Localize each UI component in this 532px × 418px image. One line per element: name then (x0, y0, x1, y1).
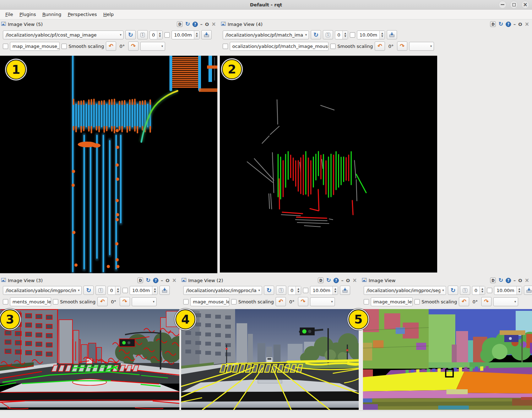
smooth-scaling-checkbox[interactable] (53, 299, 58, 304)
minimize-panel-button[interactable]: – (514, 22, 516, 27)
close-panel-button[interactable]: × (172, 278, 177, 283)
dynamic-range-checkbox[interactable] (487, 288, 492, 293)
rotate-ccw-button[interactable]: ↶ (97, 297, 108, 306)
topic-dropdown[interactable]: /localization/yabloc/pf/cost_map_image▾ (3, 31, 124, 39)
smooth-scaling-checkbox[interactable] (330, 44, 336, 49)
smooth-scaling-checkbox[interactable] (61, 44, 67, 49)
rotate-cw-button[interactable]: ↷ (397, 42, 407, 51)
help-icon[interactable]: ? (192, 22, 198, 27)
menu-plugins[interactable]: Plugins (16, 11, 39, 18)
publish-mouse-checkbox[interactable] (3, 44, 8, 49)
dock-button[interactable]: D (318, 277, 324, 283)
rotate-cw-button[interactable]: ↷ (128, 42, 139, 51)
queue-spinbox[interactable]: 0▲▼ (288, 286, 301, 295)
mouse-topic-field[interactable]: map_image_mouse_left (10, 42, 60, 51)
spinner-arrows-icon[interactable]: ▲▼ (516, 286, 522, 295)
rotate-cw-button[interactable]: ↷ (481, 297, 492, 306)
capture-once-button[interactable]: 1 (137, 30, 148, 39)
rotation-preset-dropdown[interactable]: ▾ (310, 297, 335, 306)
rotate-cw-button[interactable]: ↷ (120, 297, 130, 306)
rotation-preset-dropdown[interactable]: ▾ (140, 42, 165, 51)
float-panel-button[interactable]: O (205, 22, 209, 27)
rotation-preset-dropdown[interactable]: ▾ (132, 297, 157, 306)
spinner-arrows-icon[interactable]: ▲▼ (194, 31, 199, 39)
dock-button[interactable]: D (177, 21, 183, 27)
dock-button[interactable]: D (490, 277, 496, 283)
close-panel-button[interactable]: × (211, 22, 216, 27)
publish-mouse-checkbox[interactable] (223, 44, 228, 49)
minimize-panel-button[interactable]: – (514, 278, 516, 283)
refresh-topics-button[interactable]: ↻ (264, 286, 274, 295)
queue-spinbox[interactable]: 0▲▼ (108, 286, 121, 295)
float-panel-button[interactable]: O (518, 278, 522, 283)
dynamic-range-checkbox[interactable] (123, 288, 128, 293)
save-image-button[interactable] (159, 286, 170, 295)
panel-titlebar[interactable]: Image View D ↻ ? – O × (361, 276, 532, 284)
menu-perspectives[interactable]: Perspectives (65, 11, 100, 18)
capture-once-button[interactable]: 1 (323, 30, 333, 39)
refresh-topics-button[interactable]: ↻ (83, 286, 94, 295)
minimize-panel-button[interactable]: – (161, 278, 163, 283)
minimize-panel-button[interactable]: – (341, 278, 344, 283)
close-panel-button[interactable]: × (352, 278, 357, 283)
rotation-preset-dropdown[interactable]: ▾ (409, 42, 434, 51)
menu-file[interactable]: File (2, 11, 16, 18)
help-icon[interactable]: ? (506, 278, 511, 283)
spinner-arrows-icon[interactable]: ▲▼ (479, 286, 485, 295)
dynamic-range-checkbox[interactable] (164, 32, 170, 38)
publish-mouse-checkbox[interactable] (183, 299, 189, 304)
topic-dropdown[interactable]: /localization/yabloc/imgproc/lane▾ (183, 286, 262, 295)
zoom-spinbox[interactable]: 10.00m▲▼ (130, 286, 158, 295)
window-minimize-button[interactable] (499, 1, 506, 9)
mouse-topic-field[interactable]: ocalization/yabloc/pf/match_image_mouse_… (230, 42, 329, 51)
panel-titlebar[interactable]: Image View (3) D ↻ ? – O × (0, 276, 179, 284)
spinner-arrows-icon[interactable]: ▲▼ (157, 31, 162, 39)
smooth-scaling-checkbox[interactable] (231, 299, 237, 304)
publish-mouse-checkbox[interactable] (3, 299, 8, 304)
smooth-scaling-checkbox[interactable] (414, 299, 420, 304)
cost-map-image[interactable] (0, 56, 217, 273)
zoom-spinbox[interactable]: 10.00m▲▼ (310, 286, 338, 295)
help-icon[interactable]: ? (506, 22, 511, 27)
queue-spinbox[interactable]: 0▲▼ (150, 31, 163, 39)
menu-help[interactable]: Help (100, 11, 117, 18)
dynamic-range-checkbox[interactable] (303, 288, 308, 293)
spinner-arrows-icon[interactable]: ▲▼ (332, 286, 338, 295)
reload-plugin-icon[interactable]: ↻ (498, 21, 503, 27)
spinner-arrows-icon[interactable]: ▲▼ (295, 286, 301, 295)
refresh-topics-button[interactable]: ↻ (448, 286, 458, 295)
window-maximize-button[interactable] (510, 1, 518, 9)
rotate-ccw-button[interactable]: ↶ (459, 297, 469, 306)
float-panel-button[interactable]: O (518, 22, 522, 27)
capture-once-button[interactable]: 1 (96, 286, 106, 295)
spinner-arrows-icon[interactable]: ▲▼ (115, 286, 120, 295)
rotate-cw-button[interactable]: ↷ (298, 297, 308, 306)
spinner-arrows-icon[interactable]: ▲▼ (342, 31, 348, 39)
dynamic-range-checkbox[interactable] (350, 32, 355, 38)
close-panel-button[interactable]: × (525, 22, 529, 27)
publish-mouse-checkbox[interactable] (364, 299, 369, 304)
refresh-topics-button[interactable]: ↻ (311, 30, 321, 39)
queue-spinbox[interactable]: 0▲▼ (335, 31, 348, 39)
spinner-arrows-icon[interactable]: ▲▼ (379, 31, 385, 39)
rotate-ccw-button[interactable]: ↶ (106, 42, 116, 51)
match-image[interactable] (220, 56, 437, 273)
float-panel-button[interactable]: O (346, 278, 350, 283)
spinner-arrows-icon[interactable]: ▲▼ (152, 286, 157, 295)
mouse-topic-field[interactable]: mage_mouse_left (190, 297, 229, 306)
save-image-button[interactable] (201, 30, 212, 39)
help-icon[interactable]: ? (153, 278, 158, 283)
reload-plugin-icon[interactable]: ↻ (498, 277, 503, 283)
rotation-preset-dropdown[interactable]: ▾ (493, 297, 518, 306)
panel-titlebar[interactable]: Image View (2) D ↻ ? – O × (180, 276, 360, 284)
capture-once-button[interactable]: 1 (460, 286, 470, 295)
window-close-button[interactable]: × (521, 1, 529, 9)
save-image-button[interactable] (340, 286, 350, 295)
help-icon[interactable]: ? (333, 278, 339, 283)
minimize-panel-button[interactable]: – (200, 22, 203, 27)
dock-button[interactable]: D (137, 277, 143, 283)
rotate-ccw-button[interactable]: ↶ (276, 297, 286, 306)
zoom-spinbox[interactable]: 10.00m▲▼ (357, 31, 385, 39)
save-image-button[interactable] (387, 30, 397, 39)
save-image-button[interactable] (524, 286, 532, 295)
